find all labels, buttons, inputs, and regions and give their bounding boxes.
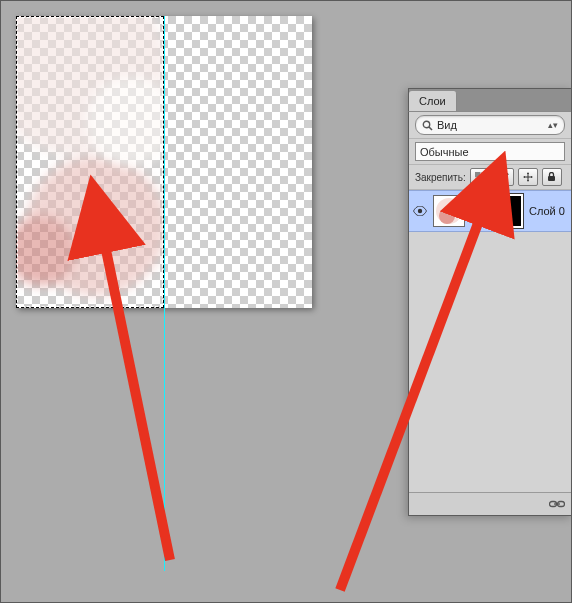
layer-row[interactable]: Слой 0 [409,190,571,232]
link-chain-icon[interactable] [549,499,565,509]
panel-tabbar: Слои [408,88,572,111]
svg-rect-8 [548,176,555,181]
lock-row: Закрепить: [409,165,571,190]
mask-link-indicator[interactable] [471,204,483,218]
link-icon [473,204,481,218]
lock-brush-button[interactable] [494,168,514,186]
visibility-toggle[interactable] [413,204,427,218]
mask-black-half [506,196,521,226]
svg-rect-3 [475,172,480,177]
layers-empty-area [409,232,571,492]
lock-brush-icon [499,172,509,182]
tab-label: Слои [419,95,446,107]
lock-move-icon [523,172,533,182]
svg-line-1 [429,127,432,130]
svg-rect-5 [505,173,509,177]
tab-layers[interactable]: Слои [409,91,457,111]
svg-point-9 [418,209,422,213]
lock-label: Закрепить: [415,172,466,183]
lock-all-icon [547,172,556,182]
lock-move-button[interactable] [518,168,538,186]
svg-rect-4 [480,177,485,182]
mask-white-half [491,196,506,226]
lock-all-button[interactable] [542,168,562,186]
layers-panel[interactable]: Слои Вид ▴▾ Обычные Закрепить: [408,88,572,516]
dropdown-arrows-icon: ▴▾ [548,120,558,130]
lock-pixels-icon [475,172,485,182]
eye-icon [413,206,427,216]
blend-mode-row: Обычные [409,139,571,165]
svg-rect-10 [475,205,480,211]
search-icon [422,120,433,131]
lock-pixels-button[interactable] [470,168,490,186]
layer-filter-row: Вид ▴▾ [409,112,571,139]
layer-name[interactable]: Слой 0 [529,205,567,217]
layer-thumbnail[interactable] [433,195,465,227]
svg-rect-11 [475,212,480,218]
panel-footer [409,492,571,515]
svg-point-0 [423,121,429,127]
layer-mask-thumbnail[interactable] [489,194,523,228]
layer-filter-dropdown[interactable]: Вид ▴▾ [415,115,565,135]
blend-mode-value: Обычные [420,146,469,158]
vertical-guide[interactable] [164,16,165,571]
selection-marquee [16,16,164,308]
layer-filter-label: Вид [437,119,457,131]
blend-mode-dropdown[interactable]: Обычные [415,142,565,161]
